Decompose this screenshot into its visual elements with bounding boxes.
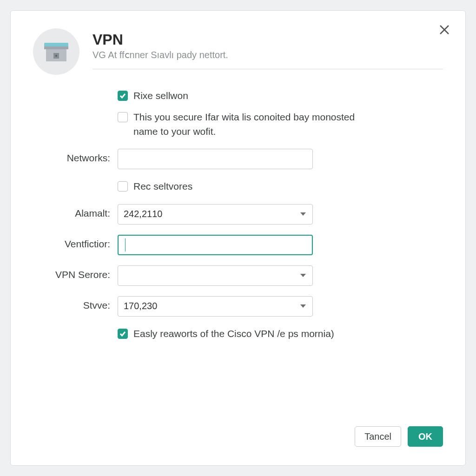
ventfictior-input[interactable] [118, 235, 313, 255]
dialog-title: VPN [93, 31, 443, 48]
dialog-header: VPN VG At ffᴄnner Sıavlı pady nettort. [33, 28, 443, 75]
checkbox-rec-label: Rec seltvores [133, 179, 192, 193]
checkbox-rec[interactable] [118, 181, 128, 192]
svg-point-6 [55, 55, 57, 57]
alamalt-select[interactable]: 242,2110 [118, 204, 313, 225]
check-icon [119, 331, 126, 337]
chevron-down-icon [300, 212, 306, 216]
stvve-value: 170,230 [124, 301, 157, 311]
vpn-store-icon [33, 28, 79, 75]
vpn-form: Rixe sellwon This you secure Ifar wita l… [33, 89, 443, 341]
text-cursor [125, 238, 126, 251]
checkbox-easly-label: Easly reaworts of the Cisco VPN /e ps mo… [133, 327, 334, 341]
networks-input[interactable] [118, 149, 313, 169]
cancel-button[interactable]: Tancel [355, 426, 401, 447]
vpnserore-select[interactable] [118, 265, 313, 286]
ok-button[interactable]: OK [408, 426, 443, 447]
close-button[interactable] [437, 23, 451, 37]
stvve-select[interactable]: 170,230 [118, 296, 313, 317]
chevron-down-icon [300, 274, 306, 277]
vpnserore-label: VPN Serore: [33, 265, 118, 280]
chevron-down-icon [300, 304, 306, 308]
checkbox-rixe-label: Rixe sellwon [133, 89, 188, 103]
ventfictior-label: Ventfictior: [33, 235, 118, 250]
dialog-subtitle: VG At ffᴄnner Sıavlı pady nettort. [93, 49, 443, 60]
alamalt-label: Alamalt: [33, 204, 118, 219]
alamalt-value: 242,2110 [124, 209, 162, 219]
close-icon [439, 25, 450, 35]
checkbox-easly[interactable] [118, 329, 128, 339]
check-icon [119, 93, 126, 99]
stvve-label: Stvve: [33, 296, 118, 311]
dialog-footer: Tancel OK [355, 426, 443, 447]
title-block: VPN VG At ffᴄnner Sıavlı pady nettort. [93, 28, 443, 69]
checkbox-secure[interactable] [118, 112, 128, 122]
networks-label: Networks: [33, 149, 118, 164]
vpn-dialog: VPN VG At ffᴄnner Sıavlı pady nettort. R… [10, 10, 466, 466]
svg-rect-4 [44, 46, 68, 49]
checkbox-secure-label: This you secure Ifar wita lis conoited b… [133, 110, 378, 139]
checkbox-rixe[interactable] [118, 91, 128, 101]
header-divider [93, 69, 443, 69]
